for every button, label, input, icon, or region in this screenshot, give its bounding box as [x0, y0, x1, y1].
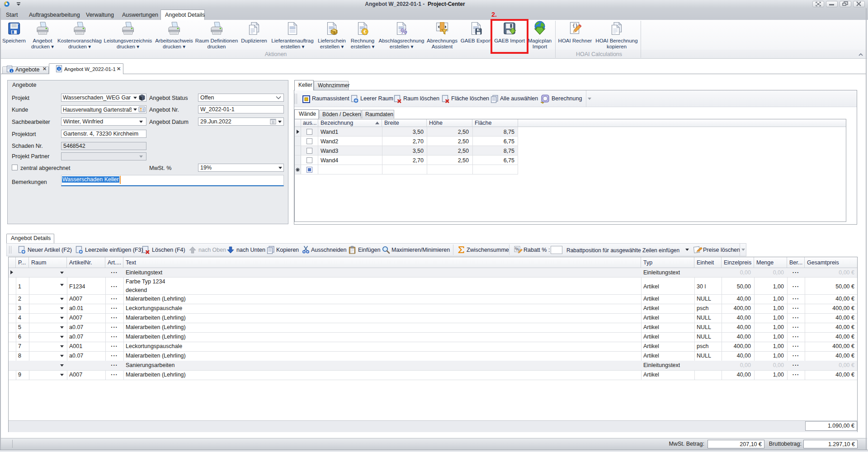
svg-text:{: { — [573, 23, 575, 28]
svg-text:%: % — [515, 246, 519, 252]
svg-text:€: € — [363, 29, 366, 34]
svg-text:%: % — [400, 27, 407, 36]
